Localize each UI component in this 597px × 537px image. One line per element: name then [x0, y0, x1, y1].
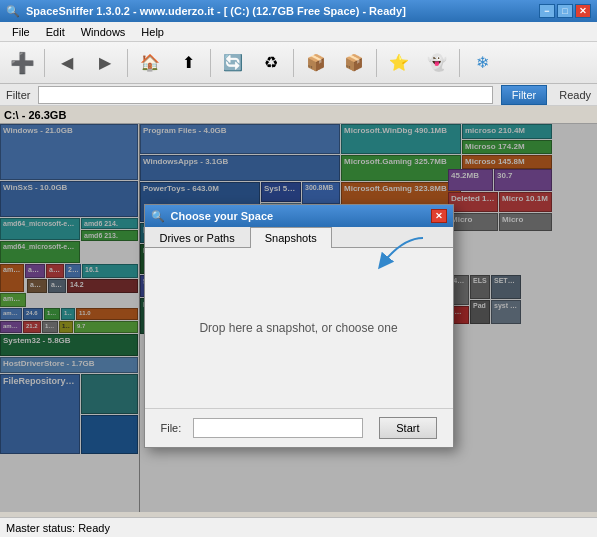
toolbar-separator-1 — [44, 49, 45, 77]
toolbar-separator-3 — [210, 49, 211, 77]
minimize-button[interactable]: − — [539, 4, 555, 18]
box2-button[interactable]: 📦 — [336, 46, 372, 80]
status-text: Master status: Ready — [6, 522, 110, 534]
titlebar: 🔍 SpaceSniffer 1.3.0.2 - www.uderzo.it -… — [0, 0, 597, 22]
file-path-input[interactable] — [193, 418, 363, 438]
modal-tabs: Drives or Paths Snapshots — [145, 227, 453, 248]
menu-edit[interactable]: Edit — [38, 24, 73, 40]
start-button[interactable]: Start — [379, 417, 436, 439]
modal-overlay: 🔍 Choose your Space ✕ Drives or Paths Sn… — [0, 124, 597, 512]
breadcrumb-bar: C:\ - 26.3GB — [0, 106, 597, 124]
star-button[interactable]: ⭐ — [381, 46, 417, 80]
menu-file[interactable]: File — [4, 24, 38, 40]
titlebar-left: 🔍 SpaceSniffer 1.3.0.2 - www.uderzo.it -… — [6, 5, 406, 18]
drop-hint-text: Drop here a snapshot, or choose one — [199, 321, 397, 335]
statusbar: Master status: Ready — [0, 517, 597, 537]
breadcrumb-path: C:\ - 26.3GB — [4, 109, 66, 121]
reload-button[interactable]: ♻ — [253, 46, 289, 80]
toolbar-separator-2 — [127, 49, 128, 77]
choose-space-dialog: 🔍 Choose your Space ✕ Drives or Paths Sn… — [144, 204, 454, 448]
home-button[interactable]: 🏠 — [132, 46, 168, 80]
toolbar-separator-4 — [293, 49, 294, 77]
modal-footer: File: Start — [145, 408, 453, 447]
filterbar: Filter Filter Ready — [0, 84, 597, 106]
flower-button[interactable]: ❄ — [464, 46, 500, 80]
tab-drives-paths[interactable]: Drives or Paths — [145, 227, 250, 248]
close-button[interactable]: ✕ — [575, 4, 591, 18]
filter-label: Filter — [6, 89, 30, 101]
modal-close-button[interactable]: ✕ — [431, 209, 447, 223]
toolbar-separator-5 — [376, 49, 377, 77]
refresh-button[interactable]: 🔄 — [215, 46, 251, 80]
forward-button[interactable]: ▶ — [87, 46, 123, 80]
filter-button[interactable]: Filter — [501, 85, 547, 105]
titlebar-title: SpaceSniffer 1.3.0.2 - www.uderzo.it - [… — [26, 5, 406, 17]
modal-titlebar: 🔍 Choose your Space ✕ — [145, 205, 453, 227]
toolbar: ➕ ◀ ▶ 🏠 ⬆ 🔄 ♻ 📦 📦 ⭐ 👻 ❄ — [0, 42, 597, 84]
new-scan-button[interactable]: ➕ — [4, 46, 40, 80]
menu-windows[interactable]: Windows — [73, 24, 134, 40]
back-button[interactable]: ◀ — [49, 46, 85, 80]
main-content: Windows - 21.0GB WinSxS - 10.0GB amd64_m… — [0, 124, 597, 512]
modal-icon: 🔍 — [151, 210, 165, 223]
maximize-button[interactable]: □ — [557, 4, 573, 18]
up-button[interactable]: ⬆ — [170, 46, 206, 80]
titlebar-controls: − □ ✕ — [539, 4, 591, 18]
toolbar-separator-6 — [459, 49, 460, 77]
modal-titlebar-left: 🔍 Choose your Space — [151, 210, 274, 223]
menubar: File Edit Windows Help — [0, 22, 597, 42]
menu-help[interactable]: Help — [133, 24, 172, 40]
ghost-button[interactable]: 👻 — [419, 46, 455, 80]
tab-snapshots[interactable]: Snapshots — [250, 227, 332, 248]
file-label: File: — [161, 422, 182, 434]
ready-label: Ready — [559, 89, 591, 101]
box1-button[interactable]: 📦 — [298, 46, 334, 80]
modal-body: Drop here a snapshot, or choose one — [145, 248, 453, 408]
app-icon: 🔍 — [6, 5, 20, 18]
filter-input[interactable] — [38, 86, 492, 104]
modal-title: Choose your Space — [171, 210, 274, 222]
